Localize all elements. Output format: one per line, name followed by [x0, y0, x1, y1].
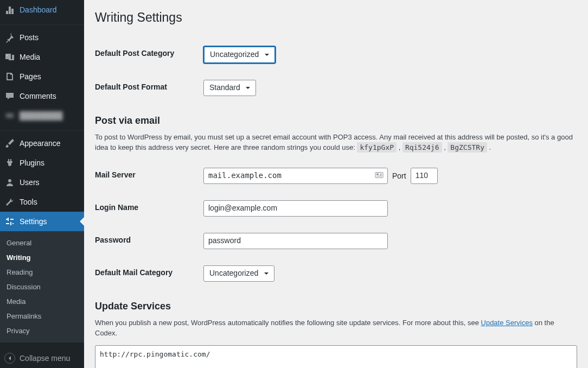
sidebar-item-appearance[interactable]: Appearance	[0, 134, 84, 153]
sliders-icon	[4, 216, 15, 227]
default-post-category-select[interactable]: Uncategorized	[203, 46, 276, 64]
mail-settings-form: Mail Server Port Login Name	[95, 160, 577, 290]
random-string-3: BgZCSTRy	[448, 142, 487, 153]
login-name-label: Login Name	[95, 192, 203, 225]
user-icon	[4, 177, 15, 188]
settings-form: Default Post Category Uncategorized Defa…	[95, 38, 577, 104]
svg-rect-4	[376, 173, 379, 175]
sidebar-item-comments[interactable]: Comments	[0, 86, 84, 106]
plug-icon	[4, 157, 15, 168]
default-mail-category-label: Default Mail Category	[95, 257, 203, 290]
pages-icon	[4, 71, 15, 82]
collapse-icon	[4, 353, 15, 364]
sidebar-item-tools[interactable]: Tools	[0, 192, 84, 212]
port-input[interactable]	[411, 168, 438, 184]
sidebar-item-media[interactable]: Media	[0, 47, 84, 67]
sidebar-label: Tools	[20, 198, 37, 206]
submenu-discussion[interactable]: Discussion	[0, 280, 84, 294]
sidebar-item-posts[interactable]: Posts	[0, 28, 84, 47]
collapse-label: Collapse menu	[20, 354, 70, 363]
sidebar-item-plugins[interactable]: Plugins	[0, 153, 84, 173]
dashboard-icon	[4, 4, 15, 15]
main-content: Writing Settings Default Post Category U…	[84, 0, 588, 368]
page-title: Writing Settings	[95, 5, 577, 27]
sidebar-label: Plugins	[20, 158, 44, 167]
ping-services-textarea[interactable]: http://rpc.pingomatic.com/	[95, 345, 577, 368]
collapse-menu-button[interactable]: Collapse menu	[0, 348, 84, 368]
wrench-icon	[4, 196, 15, 207]
submenu-reading[interactable]: Reading	[0, 265, 84, 280]
post-via-email-heading: Post via email	[95, 115, 577, 126]
sidebar-label: Settings	[20, 217, 47, 226]
submenu-media[interactable]: Media	[0, 294, 84, 309]
svg-point-0	[7, 55, 8, 56]
blurred-icon	[4, 110, 15, 121]
sidebar-label: Users	[20, 178, 40, 187]
default-post-format-select[interactable]: Standard	[203, 80, 256, 96]
svg-rect-1	[6, 113, 14, 118]
submenu-permalinks[interactable]: Permalinks	[0, 309, 84, 323]
admin-sidebar: Dashboard Posts Media Pages Comments ███…	[0, 0, 84, 368]
sidebar-label: Comments	[20, 92, 56, 100]
default-post-format-label: Default Post Format	[95, 72, 203, 104]
sidebar-label: Appearance	[20, 139, 61, 148]
sidebar-label: Pages	[20, 72, 41, 81]
brush-icon	[4, 138, 15, 149]
sidebar-label: ████████	[20, 111, 62, 120]
default-post-category-label: Default Post Category	[95, 38, 203, 72]
sidebar-label: Media	[20, 53, 40, 61]
submenu-general[interactable]: General	[0, 236, 84, 250]
login-name-input[interactable]	[203, 200, 388, 217]
submenu-privacy[interactable]: Privacy	[0, 323, 84, 338]
sidebar-item-dashboard[interactable]: Dashboard	[0, 0, 84, 20]
password-label: Password	[95, 225, 203, 257]
mail-server-label: Mail Server	[95, 160, 203, 192]
port-label: Port	[392, 172, 406, 180]
random-string-2: Rqi524j6	[402, 142, 442, 153]
submenu-writing[interactable]: Writing	[0, 250, 84, 265]
sidebar-item-users[interactable]: Users	[0, 173, 84, 192]
sidebar-label: Posts	[20, 33, 39, 42]
comments-icon	[4, 91, 15, 101]
password-input[interactable]	[203, 233, 388, 249]
media-icon	[4, 52, 15, 62]
sidebar-item-hidden[interactable]: ████████	[0, 106, 84, 125]
sidebar-item-pages[interactable]: Pages	[0, 67, 84, 86]
contact-card-icon	[375, 170, 384, 181]
menu-separator	[0, 22, 84, 25]
update-services-heading: Update Services	[95, 301, 577, 312]
post-via-email-description: To post to WordPress by email, you must …	[95, 132, 577, 153]
pin-icon	[4, 32, 15, 43]
default-mail-category-select[interactable]: Uncategorized	[203, 265, 274, 282]
update-services-description: When you publish a new post, WordPress a…	[95, 318, 577, 339]
sidebar-label: Dashboard	[20, 5, 57, 14]
update-services-link[interactable]: Update Services	[481, 319, 533, 327]
menu-separator	[0, 128, 84, 131]
svg-point-2	[8, 179, 11, 182]
random-string-1: kfy1pGxP	[357, 142, 397, 153]
settings-submenu: General Writing Reading Discussion Media…	[0, 231, 84, 342]
mail-server-input[interactable]	[203, 168, 388, 184]
sidebar-item-settings[interactable]: Settings	[0, 212, 84, 231]
